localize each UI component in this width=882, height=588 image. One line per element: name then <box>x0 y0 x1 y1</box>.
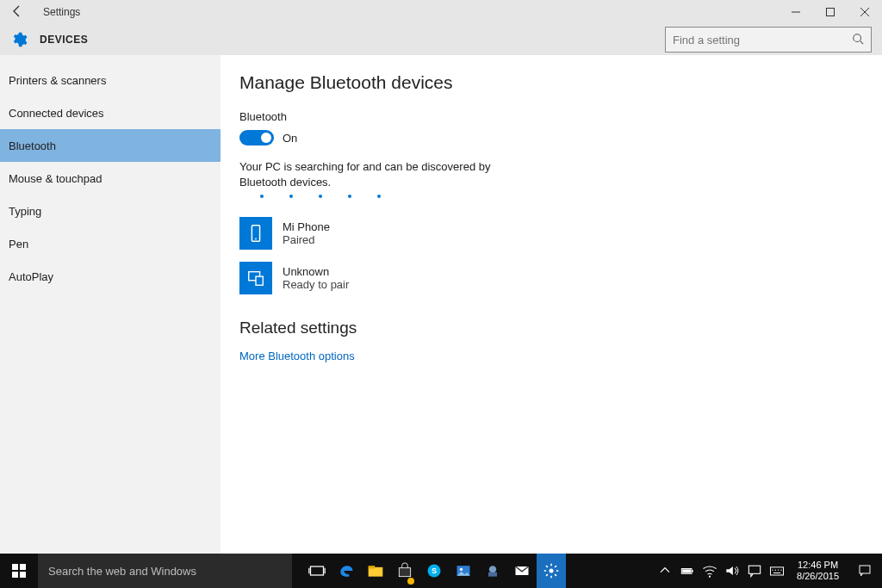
edge-icon[interactable] <box>332 554 361 588</box>
photos-icon[interactable] <box>449 554 478 588</box>
sidebar-item-printers[interactable]: Printers & scanners <box>0 64 220 96</box>
device-name: Unknown <box>283 265 349 278</box>
svg-rect-25 <box>488 573 497 577</box>
window-controls <box>779 0 882 24</box>
wifi-icon[interactable] <box>699 562 721 579</box>
taskbar-clock[interactable]: 12:46 PM 8/26/2015 <box>788 560 848 582</box>
device-item[interactable]: Unknown Ready to pair <box>239 262 863 294</box>
file-explorer-icon[interactable] <box>361 554 390 588</box>
maximize-button[interactable] <box>813 0 848 24</box>
tray-overflow-icon[interactable] <box>654 562 676 579</box>
sidebar-item-typing[interactable]: Typing <box>0 195 220 227</box>
svg-rect-29 <box>692 570 693 573</box>
svg-point-37 <box>778 570 779 571</box>
action-center-tray-icon[interactable] <box>743 562 766 579</box>
sidebar-item-pen[interactable]: Pen <box>0 227 220 260</box>
searching-indicator <box>239 195 863 198</box>
pc-icon <box>239 262 272 294</box>
app-icon[interactable] <box>478 554 507 588</box>
related-settings-heading: Related settings <box>239 319 863 337</box>
device-name: Mi Phone <box>283 220 330 233</box>
svg-rect-13 <box>20 572 26 578</box>
gear-icon <box>10 31 28 48</box>
svg-rect-1 <box>827 9 835 16</box>
notification-center-button[interactable] <box>848 563 882 579</box>
phone-icon <box>239 217 272 250</box>
battery-icon[interactable] <box>676 562 699 579</box>
bluetooth-toggle-state: On <box>283 132 297 145</box>
svg-rect-32 <box>748 566 760 573</box>
more-bluetooth-options-link[interactable]: More Bluetooth options <box>239 350 863 362</box>
taskbar: Search the web and Windows S <box>0 554 882 588</box>
sidebar-item-mouse-touchpad[interactable]: Mouse & touchpad <box>0 162 220 195</box>
device-status: Ready to pair <box>283 278 349 291</box>
volume-icon[interactable] <box>721 562 743 579</box>
sidebar-item-connected-devices[interactable]: Connected devices <box>0 96 220 129</box>
close-button[interactable] <box>848 0 882 24</box>
svg-point-36 <box>775 570 776 571</box>
clock-time: 12:46 PM <box>798 560 838 571</box>
window-title: Settings <box>43 6 80 18</box>
svg-rect-10 <box>12 564 18 570</box>
bluetooth-toggle-row: On <box>239 130 863 145</box>
sidebar-item-bluetooth[interactable]: Bluetooth <box>0 129 220 162</box>
svg-point-4 <box>854 34 861 41</box>
svg-point-23 <box>460 568 463 571</box>
back-button[interactable] <box>0 4 34 21</box>
taskbar-search[interactable]: Search the web and Windows <box>38 554 292 588</box>
notification-badge <box>407 578 414 585</box>
search-icon <box>852 33 864 47</box>
minimize-button[interactable] <box>779 0 813 24</box>
svg-rect-11 <box>20 564 26 570</box>
settings-taskbar-icon[interactable] <box>537 554 566 588</box>
bluetooth-toggle[interactable] <box>239 130 274 145</box>
subheader: DEVICES <box>0 24 882 55</box>
settings-search-input[interactable] <box>673 34 852 46</box>
svg-rect-12 <box>12 572 18 578</box>
skype-icon[interactable]: S <box>419 554 449 588</box>
settings-window: Settings DEVICES Printers & scanners Con… <box>0 0 882 554</box>
svg-rect-9 <box>256 276 263 285</box>
svg-line-5 <box>860 40 864 44</box>
system-tray: 12:46 PM 8/26/2015 <box>654 554 882 588</box>
main-panel: Manage Bluetooth devices Bluetooth On Yo… <box>220 55 882 554</box>
page-heading: Manage Bluetooth devices <box>239 72 863 93</box>
clock-date: 8/26/2015 <box>797 571 839 582</box>
titlebar: Settings <box>0 0 882 24</box>
svg-point-31 <box>709 576 711 578</box>
mail-icon[interactable] <box>507 554 537 588</box>
svg-point-38 <box>780 570 781 571</box>
svg-rect-19 <box>399 568 410 577</box>
svg-point-24 <box>489 566 496 573</box>
keyboard-icon[interactable] <box>766 562 788 579</box>
settings-search[interactable] <box>665 27 872 53</box>
svg-text:S: S <box>432 566 437 575</box>
section-title: DEVICES <box>40 34 88 46</box>
svg-rect-39 <box>860 566 870 573</box>
bluetooth-status-text: Your PC is searching for and can be disc… <box>239 159 532 189</box>
toggle-knob <box>261 133 271 143</box>
svg-point-35 <box>772 570 773 571</box>
svg-rect-14 <box>311 566 324 575</box>
store-icon[interactable] <box>390 554 419 588</box>
sidebar: Printers & scanners Connected devices Bl… <box>0 55 220 554</box>
device-item[interactable]: Mi Phone Paired <box>239 217 863 250</box>
svg-point-7 <box>255 238 257 240</box>
task-view-button[interactable] <box>302 554 332 588</box>
svg-rect-33 <box>771 567 784 575</box>
start-button[interactable] <box>0 554 38 588</box>
device-status: Paired <box>283 233 330 246</box>
svg-rect-18 <box>369 566 376 568</box>
svg-rect-30 <box>682 569 691 573</box>
bluetooth-label: Bluetooth <box>239 110 863 123</box>
sidebar-item-autoplay[interactable]: AutoPlay <box>0 260 220 293</box>
svg-point-27 <box>550 569 554 573</box>
settings-body: Printers & scanners Connected devices Bl… <box>0 55 882 554</box>
